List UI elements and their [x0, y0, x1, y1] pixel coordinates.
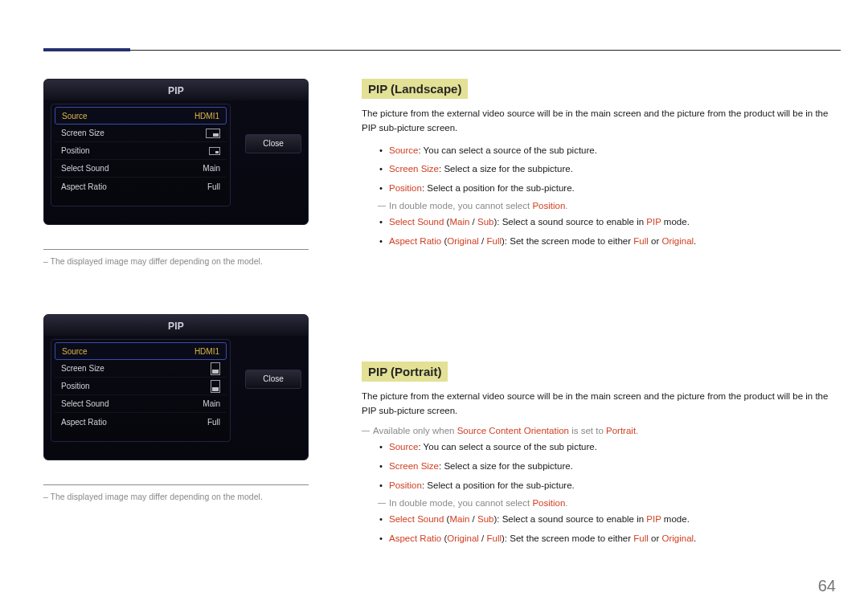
- panel-divider: [43, 249, 309, 250]
- bullet-select-sound: Select Sound (Main / Sub): Select a soun…: [362, 513, 833, 527]
- kw-select-sound: Select Sound: [389, 217, 444, 227]
- kw-full: Full: [486, 236, 502, 246]
- kw-position: Position: [532, 498, 565, 508]
- menu-value: Main: [203, 164, 220, 173]
- bullet-text: : You can select a source of the sub pic…: [418, 442, 596, 452]
- note-tail: .: [636, 426, 638, 435]
- bullet-text: : Select a position for the sub-picture.: [422, 183, 575, 193]
- page-number: 64: [818, 577, 836, 595]
- menu-label: Aspect Ratio: [61, 418, 107, 427]
- panel-title: PIP: [44, 315, 308, 336]
- right-column: PIP (Landscape) The picture from the ext…: [362, 79, 833, 550]
- bullet-screen-size: Screen Size: Select a size for the subpi…: [362, 460, 833, 474]
- footnote-text: The displayed image may differ depending…: [51, 492, 263, 501]
- footnote-text: The displayed image may differ depending…: [51, 256, 263, 266]
- section-portrait: PIP (Portrait) The picture from the exte…: [362, 362, 833, 546]
- bullet-list: Source: You can select a source of the s…: [362, 144, 833, 196]
- menu-row-position[interactable]: Position: [55, 378, 227, 395]
- menu-value: [211, 380, 220, 393]
- menu-label: Screen Size: [61, 364, 104, 373]
- bullet-select-sound: Select Sound (Main / Sub): Select a soun…: [362, 215, 833, 230]
- header-line: [43, 50, 841, 51]
- note-double-mode: In double mode, you cannot select Positi…: [389, 498, 833, 508]
- kw-aspect-ratio: Aspect Ratio: [389, 533, 441, 543]
- bullet-position: Position: Select a position for the sub-…: [362, 479, 833, 493]
- bullet-text: : Select a sound source to enable in: [497, 514, 646, 524]
- menu-value: HDMI1: [194, 112, 219, 121]
- pip-panel-portrait: PIP Source HDMI1 Screen Size: [43, 314, 309, 460]
- intro-portrait: The picture from the external video sour…: [362, 390, 833, 419]
- menu-value: Full: [207, 182, 220, 191]
- menu-value: Full: [207, 418, 220, 427]
- close-button[interactable]: Close: [245, 134, 301, 153]
- kw-full: Full: [486, 533, 502, 543]
- sep: /: [469, 514, 477, 524]
- intro-landscape: The picture from the external video sour…: [362, 107, 833, 136]
- position-icon: [209, 147, 220, 155]
- bullet-text: : Select a position for the sub-picture.: [422, 480, 575, 490]
- menu-row-source[interactable]: Source HDMI1: [55, 342, 227, 360]
- menu-box: Source HDMI1 Screen Size Position: [51, 339, 231, 442]
- panel-body: Source HDMI1 Screen Size Position: [51, 339, 301, 453]
- kw-original: Original: [447, 236, 479, 246]
- menu-label: Select Sound: [61, 399, 109, 408]
- heading-pip-landscape: PIP (Landscape): [362, 79, 468, 99]
- menu-label: Source: [62, 347, 88, 356]
- bullet-text: : Select a size for the subpicture.: [439, 461, 573, 471]
- sep: /: [469, 217, 477, 227]
- pip-panel-landscape: PIP Source HDMI1 Screen Size: [43, 79, 309, 225]
- left-column: PIP Source HDMI1 Screen Size: [43, 79, 326, 550]
- section-landscape: PIP (Landscape) The picture from the ext…: [362, 79, 833, 249]
- kw-sub: Sub: [477, 217, 493, 227]
- header-accent: [43, 48, 130, 51]
- bullet-aspect-ratio: Aspect Ratio (Original / Full): Set the …: [362, 532, 833, 546]
- menu-row-position[interactable]: Position: [55, 142, 227, 160]
- menu-value: [211, 362, 220, 375]
- menu-row-aspect-ratio[interactable]: Aspect Ratio Full: [55, 178, 227, 195]
- footnote-dash: –: [43, 492, 51, 501]
- note-text: In double mode, you cannot select: [389, 498, 532, 508]
- menu-label: Position: [61, 382, 90, 390]
- bullet-tail: .: [694, 533, 696, 543]
- menu-row-aspect-ratio[interactable]: Aspect Ratio Full: [55, 413, 227, 431]
- header-rule: [43, 50, 841, 51]
- note-available-only: Available only when Source Content Orien…: [373, 426, 833, 435]
- kw-screen-size: Screen Size: [389, 164, 439, 174]
- kw-full: Full: [633, 533, 649, 543]
- panel-portrait-block: PIP Source HDMI1 Screen Size: [43, 314, 326, 501]
- panel-body: Source HDMI1 Screen Size Position: [51, 104, 301, 218]
- kw-screen-size: Screen Size: [389, 461, 439, 471]
- kw-portrait: Portrait: [606, 426, 636, 435]
- bullet-text: : Set the screen mode to either: [505, 533, 633, 543]
- footnote-dash: –: [43, 256, 51, 266]
- screen-size-landscape-icon: [206, 129, 220, 138]
- note-tail: .: [565, 201, 567, 210]
- kw-source-content-orientation: Source Content Orientation: [457, 426, 569, 435]
- menu-row-select-sound[interactable]: Select Sound Main: [55, 395, 227, 413]
- sep-or: or: [649, 236, 662, 246]
- menu-row-screen-size[interactable]: Screen Size: [55, 125, 227, 142]
- kw-original: Original: [661, 236, 694, 246]
- bullet-tail: mode.: [661, 217, 690, 227]
- note-double-mode: In double mode, you cannot select Positi…: [389, 201, 833, 210]
- menu-row-source[interactable]: Source HDMI1: [55, 107, 227, 125]
- note-tail: .: [565, 498, 567, 508]
- panel-landscape-block: PIP Source HDMI1 Screen Size: [43, 79, 326, 266]
- menu-row-select-sound[interactable]: Select Sound Main: [55, 160, 227, 178]
- panel-footnote: – The displayed image may differ dependi…: [43, 492, 326, 501]
- content-grid: PIP Source HDMI1 Screen Size: [43, 79, 833, 550]
- kw-position: Position: [532, 201, 565, 210]
- kw-main: Main: [449, 217, 469, 227]
- kw-full: Full: [633, 236, 649, 246]
- bullet-aspect-ratio: Aspect Ratio (Original / Full): Set the …: [362, 235, 833, 249]
- kw-pip: PIP: [646, 217, 661, 227]
- menu-row-screen-size[interactable]: Screen Size: [55, 360, 227, 378]
- menu-value: Main: [203, 399, 220, 408]
- menu-label: Screen Size: [61, 129, 104, 137]
- kw-source: Source: [389, 442, 418, 452]
- pip-panel: PIP Source HDMI1 Screen Size: [43, 314, 309, 460]
- bullet-source: Source: You can select a source of the s…: [362, 144, 833, 158]
- close-button[interactable]: Close: [245, 370, 301, 389]
- bullet-text: : Select a sound source to enable in: [497, 217, 646, 227]
- position-portrait-icon: [211, 380, 220, 393]
